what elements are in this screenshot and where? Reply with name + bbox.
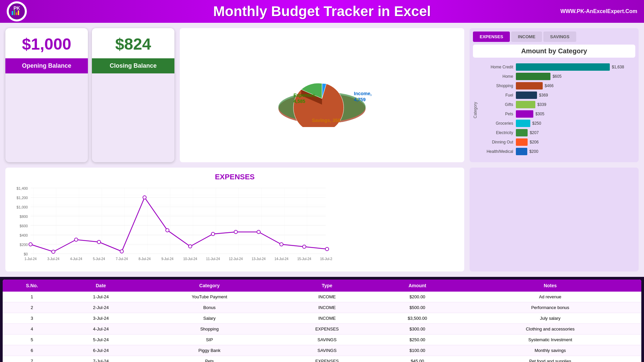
svg-point-34	[120, 250, 123, 253]
bar-fill	[516, 148, 527, 155]
bar-fill	[516, 129, 528, 136]
svg-text:7-Jul-24: 7-Jul-24	[116, 257, 128, 261]
table-cell-amount: $3,500.00	[376, 313, 459, 324]
table-cell-date: 3-Jul-24	[61, 313, 141, 324]
tab-expenses[interactable]: EXPENSES	[473, 32, 510, 42]
svg-text:8-Jul-24: 8-Jul-24	[139, 257, 151, 261]
bar-fill	[516, 110, 533, 118]
table-cell-sno: 1	[3, 292, 61, 302]
table-cell-notes: Pet food and supplies	[459, 356, 641, 362]
bar-row: Groceries$250	[479, 120, 635, 127]
bar-row: Pets$305	[479, 110, 635, 118]
col-date: Date	[61, 280, 141, 292]
bar-value: $605	[550, 74, 561, 79]
svg-point-40	[257, 230, 260, 234]
bar-value: $369	[537, 93, 548, 98]
data-table: S.No. Date Category Type Amount Notes 11…	[3, 280, 641, 362]
svg-text:Savings, 350: Savings, 350	[312, 118, 340, 123]
bar-fill	[516, 138, 528, 146]
svg-text:16-Jul-24: 16-Jul-24	[320, 257, 332, 261]
svg-text:3-Jul-24: 3-Jul-24	[47, 257, 60, 261]
svg-point-36	[166, 229, 169, 232]
svg-text:10-Jul-24: 10-Jul-24	[183, 257, 197, 261]
table-cell-sno: 3	[3, 313, 61, 324]
tab-income[interactable]: INCOME	[511, 32, 542, 42]
bar-row: Home Credit$1,638	[479, 63, 635, 71]
table-cell-date: 6-Jul-24	[61, 345, 141, 356]
svg-text:1-Jul-24: 1-Jul-24	[24, 257, 37, 261]
col-type: Type	[278, 280, 376, 292]
table-cell-type: SAVINGS	[278, 335, 376, 345]
table-row: 11-Jul-24YouTube PaymentINCOME$200.00Ad …	[3, 292, 641, 302]
table-row: 22-Jul-24BonusINCOME$500.00Performance b…	[3, 302, 641, 313]
bar-track: $207	[516, 129, 635, 136]
bar-value: $339	[535, 102, 546, 107]
table-cell-sno: 7	[3, 356, 61, 362]
svg-rect-4	[16, 12, 17, 15]
pie-chart: Expenses, 4,585 Income, 4,759 Savings, 3…	[241, 63, 402, 127]
table-cell-date: 7-Jul-24	[61, 356, 141, 362]
svg-rect-2	[12, 11, 13, 15]
table-cell-amount: $45.00	[376, 356, 459, 362]
bar-row: Home$605	[479, 73, 635, 80]
line-chart-title: EXPENSES	[10, 173, 459, 181]
svg-point-30	[29, 243, 32, 246]
svg-text:4,759: 4,759	[354, 97, 366, 102]
bar-value: $206	[528, 140, 539, 144]
bar-row: Health/Medical$200	[479, 148, 635, 155]
tab-savings[interactable]: SAVINGS	[543, 32, 576, 42]
bar-value: $207	[528, 130, 539, 135]
table-cell-category: Pets	[141, 356, 278, 362]
header-url: WWW.PK-AnExcelExpert.Com	[560, 8, 637, 14]
svg-text:9-Jul-24: 9-Jul-24	[161, 257, 174, 261]
svg-text:Expenses,: Expenses,	[293, 93, 317, 98]
bar-label: Home Credit	[479, 65, 516, 69]
svg-text:12-Jul-24: 12-Jul-24	[229, 257, 243, 261]
bar-fill	[516, 120, 530, 127]
svg-text:15-Jul-24: 15-Jul-24	[297, 257, 311, 261]
bar-row: Dinning Out$206	[479, 138, 635, 146]
bar-chart-container: Category Home Credit$1,638Home$605Shoppi…	[473, 62, 635, 159]
svg-text:$1,400: $1,400	[16, 186, 28, 190]
table-cell-amount: $250.00	[376, 335, 459, 345]
bar-chart: Home Credit$1,638Home$605Shopping$466Fue…	[479, 62, 635, 159]
svg-point-37	[189, 245, 192, 248]
svg-point-38	[211, 232, 215, 236]
bar-fill	[516, 63, 610, 71]
balance-cards: $1,000 Opening Balance $824 Closing Bala…	[3, 25, 177, 165]
svg-text:$400: $400	[20, 233, 28, 237]
table-cell-category: Salary	[141, 313, 278, 324]
table-row: 33-Jul-24SalaryINCOME$3,500.00July salar…	[3, 313, 641, 324]
opening-balance-value: $1,000	[5, 28, 88, 58]
bar-label: Home	[479, 74, 516, 79]
bar-label: Pets	[479, 112, 516, 116]
table-cell-sno: 6	[3, 345, 61, 356]
bar-track: $200	[516, 148, 635, 155]
svg-point-43	[325, 247, 329, 251]
svg-point-32	[74, 238, 78, 241]
closing-balance-value: $824	[92, 28, 174, 58]
table-row: 77-Jul-24PetsEXPENSES$45.00Pet food and …	[3, 356, 641, 362]
bar-value: $305	[533, 112, 544, 116]
table-row: 66-Jul-24Piggy BankSAVINGS$100.00Monthly…	[3, 345, 641, 356]
col-sno: S.No.	[3, 280, 61, 292]
col-notes: Notes	[459, 280, 641, 292]
svg-text:$600: $600	[20, 224, 28, 228]
svg-text:$1,200: $1,200	[16, 196, 28, 200]
table-cell-date: 4-Jul-24	[61, 324, 141, 335]
bar-label: Dinning Out	[479, 140, 516, 144]
bar-value: $250	[530, 121, 541, 126]
table-cell-type: INCOME	[278, 292, 376, 302]
svg-text:4,585: 4,585	[293, 99, 305, 104]
svg-text:$800: $800	[20, 215, 28, 219]
bar-row: Gifts$339	[479, 101, 635, 108]
table-cell-notes: Performance bonus	[459, 302, 641, 313]
table-row: 55-Jul-24SIPSAVINGS$250.00Systematic Inv…	[3, 335, 641, 345]
y-axis-label: Category	[473, 62, 478, 159]
svg-point-42	[303, 245, 306, 248]
bar-track: $466	[516, 82, 635, 89]
svg-text:$1,000: $1,000	[16, 205, 28, 209]
tab-bar: EXPENSES INCOME SAVINGS	[473, 32, 635, 42]
table-cell-amount: $500.00	[376, 302, 459, 313]
bar-fill	[516, 82, 543, 89]
